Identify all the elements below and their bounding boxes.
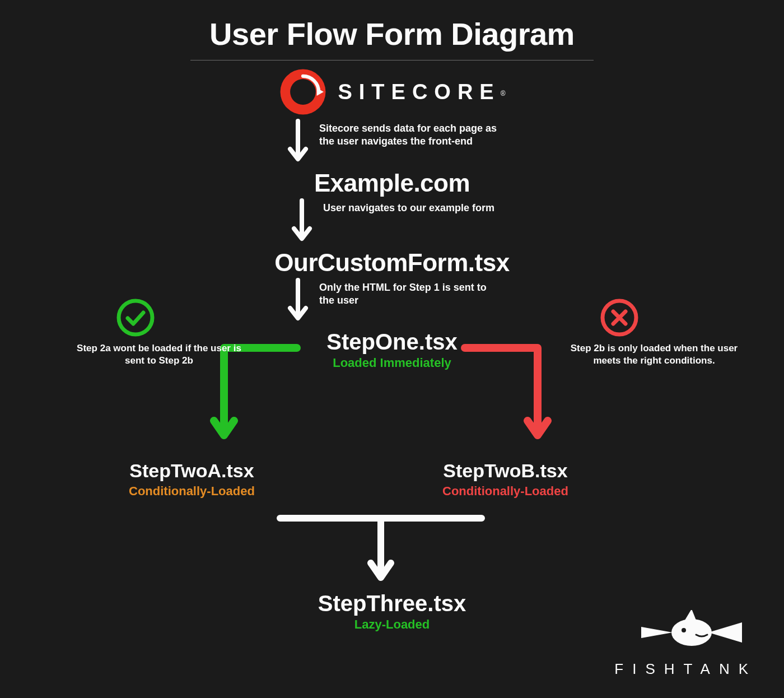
title-divider <box>190 60 594 61</box>
step-three-name: StepThree.tsx <box>318 591 466 616</box>
svg-point-9 <box>682 628 686 632</box>
fishtank-brand: FISHTANK <box>614 610 757 678</box>
flow-note-1: Sitecore sends data for each page as the… <box>319 119 498 147</box>
branch-note-left: Step 2a wont be loaded if the user is se… <box>69 342 249 367</box>
arrow-down-icon <box>286 119 310 167</box>
registered-mark: ® <box>501 89 506 97</box>
svg-point-1 <box>291 79 316 105</box>
merge-arrow-icon <box>274 511 487 590</box>
diagram-title: User Flow Form Diagram <box>0 0 784 52</box>
step-two-b-tag: Conditionally-Loaded <box>442 484 568 499</box>
node-example-com: Example.com <box>0 169 784 197</box>
svg-marker-7 <box>641 627 673 638</box>
branch-arrow-right-icon <box>459 341 554 453</box>
sitecore-name: SITECORE <box>338 80 500 104</box>
sitecore-brand: SITECORE® <box>0 67 784 117</box>
arrow-down-icon <box>290 198 314 246</box>
svg-marker-8 <box>685 610 696 620</box>
step-one-name: StepOne.tsx <box>326 329 457 354</box>
step-two-a-tag: Conditionally-Loaded <box>129 484 255 499</box>
svg-point-3 <box>119 301 152 334</box>
flow-note-2: User navigates to our example form <box>323 198 494 215</box>
svg-marker-6 <box>708 622 742 643</box>
branch-note-right: Step 2b is only loaded when the user mee… <box>564 342 744 367</box>
node-step-two-b: StepTwoB.tsx Conditionally-Loaded <box>442 460 568 499</box>
svg-point-5 <box>671 619 712 646</box>
node-step-two-a: StepTwoA.tsx Conditionally-Loaded <box>129 460 255 499</box>
flow-note-3: Only the HTML for Step 1 is sent to the … <box>319 278 498 306</box>
x-circle-icon <box>599 297 640 338</box>
step-two-a-name: StepTwoA.tsx <box>129 460 254 481</box>
fishtank-logo-icon <box>624 610 748 655</box>
arrow-down-icon <box>286 278 310 326</box>
check-circle-icon <box>115 297 156 338</box>
fishtank-wordmark: FISHTANK <box>614 660 757 678</box>
step-two-b-name: StepTwoB.tsx <box>443 460 567 481</box>
node-custom-form: OurCustomForm.tsx <box>0 249 784 277</box>
sitecore-wordmark: SITECORE® <box>338 80 505 104</box>
sitecore-logo-icon <box>278 67 328 117</box>
